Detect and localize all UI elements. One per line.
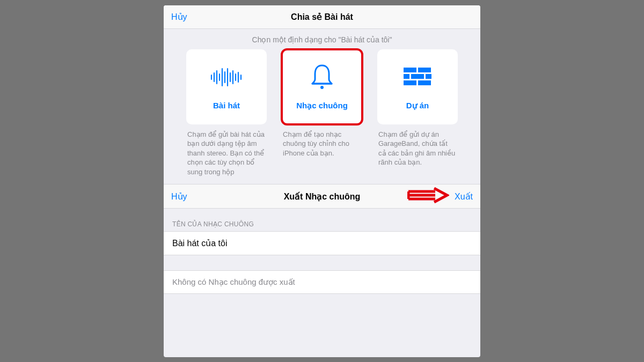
svg-rect-16 — [404, 74, 409, 79]
waveform-icon — [209, 63, 244, 91]
export-cancel-button[interactable]: Hủy — [171, 191, 187, 202]
svg-rect-19 — [404, 80, 416, 85]
format-card-project[interactable]: Dự án — [377, 49, 458, 124]
format-card-label: Bài hát — [213, 101, 240, 110]
share-header: Hủy Chia sẻ Bài hát — [164, 5, 480, 29]
svg-rect-18 — [426, 74, 431, 79]
ringtone-name-section-label: TÊN CỦA NHẠC CHUÔNG — [164, 209, 480, 231]
annotation-arrow-icon — [407, 187, 449, 205]
format-card-label: Dự án — [406, 101, 429, 110]
svg-rect-15 — [418, 68, 431, 72]
format-prompt: Chọn một định dạng cho "Bài hát của tôi" — [164, 29, 480, 49]
format-card-row: Bài hát Chạm để gửi bài hát của bạn dưới… — [164, 49, 480, 177]
bricks-icon — [404, 63, 431, 91]
format-card-desc: Chạm để gửi dự án GarageBand, chứa tất c… — [377, 124, 458, 167]
format-card-desc: Chạm để gửi bài hát của bạn dưới dạng tệ… — [186, 124, 267, 177]
format-card-song[interactable]: Bài hát — [186, 49, 267, 124]
ringtone-name-field[interactable]: Bài hát của tôi — [164, 231, 480, 255]
svg-rect-14 — [404, 68, 416, 72]
app-screen: Hủy Chia sẻ Bài hát Chọn một định dạng c… — [164, 5, 480, 357]
format-card-project-wrap: Dự án Chạm để gửi dự án GarageBand, chứa… — [377, 49, 458, 177]
export-button[interactable]: Xuất — [455, 191, 473, 202]
format-card-label: Nhạc chuông — [296, 101, 348, 110]
cancel-button[interactable]: Hủy — [171, 12, 187, 22]
format-card-song-wrap: Bài hát Chạm để gửi bài hát của bạn dưới… — [186, 49, 267, 177]
format-card-desc: Chạm để tạo nhạc chuông tùy chỉnh cho iP… — [282, 124, 362, 158]
format-card-ringtone-wrap: Nhạc chuông Chạm để tạo nhạc chuông tùy … — [282, 49, 362, 177]
svg-rect-20 — [418, 80, 431, 85]
export-header: Hủy Xuất Nhạc chuông Xuất — [164, 184, 480, 209]
svg-point-13 — [320, 86, 324, 89]
exported-ringtones-empty: Không có Nhạc chuông được xuất — [164, 270, 480, 294]
bell-icon — [309, 63, 335, 91]
export-title: Xuất Nhạc chuông — [284, 191, 361, 202]
svg-rect-17 — [411, 74, 424, 79]
share-title: Chia sẻ Bài hát — [291, 12, 353, 22]
format-card-ringtone[interactable]: Nhạc chuông — [282, 49, 362, 124]
